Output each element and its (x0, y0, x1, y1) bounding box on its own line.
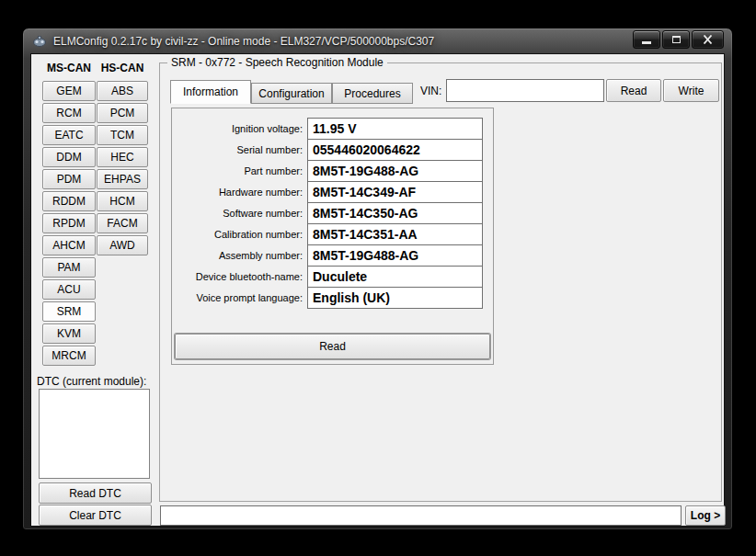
vin-read-button[interactable]: Read (606, 79, 661, 102)
client-area: MS-CAN HS-CAN GEM RCM EATC DDM PDM RDDM … (31, 54, 724, 526)
module-button[interactable]: EHPAS (97, 169, 148, 189)
module-button[interactable]: ACU (42, 279, 96, 300)
info-field-label: Serial number: (172, 139, 307, 161)
maximize-icon (672, 36, 681, 43)
clear-dtc-button[interactable]: Clear DTC (39, 505, 152, 526)
info-row: Device bluetooth-name: Duculete (172, 266, 493, 288)
info-field-value[interactable]: 8M5T-14C349-AF (307, 181, 483, 203)
hs-can-column: ABS PCM TCM HEC EHPAS HCM FACM AWD (97, 81, 148, 255)
information-panel: Ignition voltage: 11.95 V Serial number:… (171, 108, 494, 365)
info-field-label: Ignition voltage: (172, 118, 307, 140)
info-field-value[interactable]: Duculete (307, 266, 483, 288)
module-button[interactable]: HEC (97, 147, 148, 167)
ms-can-heading: MS-CAN (42, 62, 96, 74)
info-field-label: Assembly number: (172, 244, 307, 267)
info-row: Part number: 8M5T-19G488-AG (172, 160, 493, 182)
module-groupbox: SRM - 0x772 - Speech Recognition Module … (159, 62, 722, 502)
close-button[interactable] (692, 30, 724, 49)
read-dtc-button[interactable]: Read DTC (39, 482, 152, 504)
info-field-label: Hardware number: (172, 181, 307, 203)
info-row: Voice prompt language: English (UK) (172, 287, 493, 309)
module-button[interactable]: RCM (42, 103, 96, 123)
module-button[interactable]: HCM (97, 191, 148, 211)
dtc-listbox[interactable] (39, 389, 150, 479)
info-field-label: Device bluetooth-name: (172, 266, 307, 288)
tab[interactable]: Configuration (251, 83, 332, 104)
info-field-value[interactable]: 8M5T-14C351-AA (307, 223, 483, 245)
module-button[interactable]: PDM (42, 169, 96, 189)
dtc-label: DTC (current module): (37, 375, 146, 388)
module-button[interactable]: PCM (97, 103, 148, 123)
info-field-value[interactable]: 8M5T-14C350-AG (307, 202, 483, 224)
tab[interactable]: Procedures (332, 83, 413, 104)
module-button[interactable]: KVM (42, 323, 96, 344)
tab[interactable]: Information (170, 80, 251, 104)
tab-bar: Information Configuration Procedures (170, 80, 413, 104)
info-field-value[interactable]: 055446020064622 (307, 139, 483, 161)
module-button[interactable]: EATC (42, 125, 96, 145)
vin-input[interactable] (446, 79, 604, 102)
vin-write-button[interactable]: Write (663, 79, 719, 102)
module-button[interactable]: PAM (42, 257, 96, 278)
module-button[interactable]: AWD (97, 235, 148, 255)
log-button[interactable]: Log > (685, 505, 726, 526)
info-field-label: Calibration number: (172, 223, 307, 245)
info-row: Assembly number: 8M5T-19G488-AG (172, 244, 493, 267)
module-button[interactable]: RDDM (42, 191, 96, 211)
info-field-value[interactable]: 8M5T-19G488-AG (307, 160, 483, 182)
info-row: Software number: 8M5T-14C350-AG (172, 202, 493, 224)
vin-label: VIN: (420, 85, 441, 97)
module-button[interactable]: RPDM (42, 213, 96, 233)
window-controls (633, 30, 724, 49)
read-module-button[interactable]: Read (175, 334, 490, 359)
info-field-label: Software number: (172, 202, 307, 224)
module-button[interactable]: TCM (97, 125, 148, 145)
info-row: Calibration number: 8M5T-14C351-AA (172, 223, 493, 245)
info-field-value[interactable]: 11.95 V (307, 118, 483, 140)
info-row: Serial number: 055446020064622 (172, 139, 493, 161)
minimize-icon (642, 41, 651, 44)
info-row: Hardware number: 8M5T-14C349-AF (172, 181, 493, 203)
module-button[interactable]: DDM (42, 147, 96, 167)
module-button[interactable]: GEM (42, 81, 96, 101)
info-field-value[interactable]: 8M5T-19G488-AG (307, 244, 483, 267)
module-group-title: SRM - 0x772 - Speech Recognition Module (167, 56, 387, 69)
module-button[interactable]: MRCM (42, 346, 96, 366)
module-button[interactable]: SRM (42, 301, 96, 322)
info-field-value[interactable]: English (UK) (307, 287, 483, 309)
info-row: Ignition voltage: 11.95 V (172, 118, 493, 140)
info-field-label: Voice prompt language: (172, 287, 307, 309)
app-window: ELMConfig 0.2.17c by civil-zz - Online m… (22, 28, 733, 530)
title-bar[interactable]: ELMConfig 0.2.17c by civil-zz - Online m… (23, 28, 732, 54)
app-icon (32, 34, 47, 49)
minimize-button[interactable] (633, 30, 660, 49)
module-button[interactable]: AHCM (42, 235, 96, 255)
ms-can-column: GEM RCM EATC DDM PDM RDDM RPDM AHCM PAM … (42, 81, 96, 366)
info-field-label: Part number: (172, 160, 307, 182)
maximize-button[interactable] (662, 30, 690, 49)
info-rows: Ignition voltage: 11.95 V Serial number:… (172, 108, 493, 309)
hs-can-heading: HS-CAN (97, 62, 148, 74)
module-button[interactable]: ABS (97, 81, 148, 101)
window-title: ELMConfig 0.2.17c by civil-zz - Online m… (53, 35, 434, 48)
module-button[interactable]: FACM (97, 213, 148, 233)
close-icon (703, 35, 713, 44)
log-input[interactable] (160, 505, 682, 526)
